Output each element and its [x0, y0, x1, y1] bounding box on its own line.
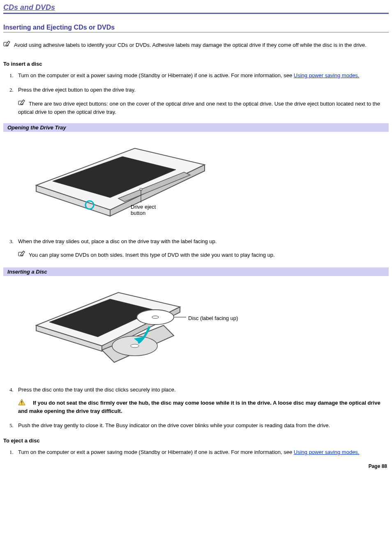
svg-point-20 [131, 344, 139, 348]
page-number: Page 88 [3, 463, 389, 469]
figure-1-label: Drive eject button [131, 204, 156, 216]
figure-2: Disc (label facing up) [28, 284, 389, 375]
step-2-note: There are two drive eject buttons: one o… [18, 99, 389, 116]
insert-step-3: When the drive tray slides out, place a … [15, 238, 389, 260]
svg-rect-3 [21, 100, 25, 105]
pencil-note-icon [3, 41, 12, 49]
figure-1: Drive eject button [28, 140, 389, 226]
eject-steps-list: Turn on the computer or exit a power sav… [15, 449, 389, 456]
step-text: Press the disc onto the tray until the d… [18, 387, 176, 393]
insert-step-1: Turn on the computer or exit a power sav… [15, 72, 389, 79]
step-text: Turn on the computer or exit a power sav… [18, 449, 294, 455]
step-4-warning: If you do not seat the disc firmly over … [18, 399, 389, 415]
svg-rect-13 [21, 251, 25, 256]
insert-step-4: Press the disc onto the tray until the d… [15, 386, 389, 415]
svg-rect-27 [21, 404, 22, 405]
step-4-warning-text: If you do not seat the disc firmly over … [18, 400, 380, 414]
insert-disc-illustration [28, 284, 258, 375]
svg-rect-1 [6, 41, 10, 46]
step-text: Press the drive eject button to open the… [18, 87, 136, 93]
step-2-note-text: There are two drive eject buttons: one o… [18, 100, 380, 115]
figure-1-caption: Opening the Drive Tray [3, 123, 389, 132]
step-text: Turn on the computer or exit a power sav… [18, 72, 294, 78]
insert-heading: To insert a disc [3, 61, 389, 67]
intro-note-text: Avoid using adhesive labels to identify … [14, 42, 367, 48]
insert-step-2: Press the drive eject button to open the… [15, 86, 389, 116]
intro-note: Avoid using adhesive labels to identify … [3, 41, 389, 50]
power-saving-modes-link[interactable]: Using power saving modes. [294, 449, 360, 455]
power-saving-modes-link[interactable]: Using power saving modes. [294, 72, 360, 78]
svg-rect-26 [21, 401, 22, 403]
page-title: CDs and DVDs [3, 3, 389, 14]
insert-step-5: Push the drive tray gently to close it. … [15, 422, 389, 429]
svg-point-22 [152, 316, 159, 318]
step-text: When the drive tray slides out, place a … [18, 238, 217, 244]
pencil-note-icon [18, 99, 27, 108]
figure-2-caption: Inserting a Disc [3, 267, 389, 276]
step-text: Push the drive tray gently to close it. … [18, 422, 330, 428]
step-3-note-text: You can play some DVDs on both sides. In… [29, 252, 275, 258]
insert-steps-list: Turn on the computer or exit a power sav… [15, 72, 389, 116]
page-container: CDs and DVDs Inserting and Ejecting CDs … [0, 0, 392, 479]
insert-steps-list-cont: When the drive tray slides out, place a … [15, 238, 389, 260]
eject-step-1: Turn on the computer or exit a power sav… [15, 449, 389, 456]
insert-steps-list-cont2: Press the disc onto the tray until the d… [15, 386, 389, 429]
step-3-note: You can play some DVDs on both sides. In… [18, 251, 389, 260]
eject-heading: To eject a disc [3, 438, 389, 444]
pencil-note-icon [18, 251, 27, 259]
warning-icon [18, 399, 25, 408]
figure-2-label: Disc (label facing up) [188, 315, 238, 321]
section-heading: Inserting and Ejecting CDs or DVDs [3, 24, 389, 32]
